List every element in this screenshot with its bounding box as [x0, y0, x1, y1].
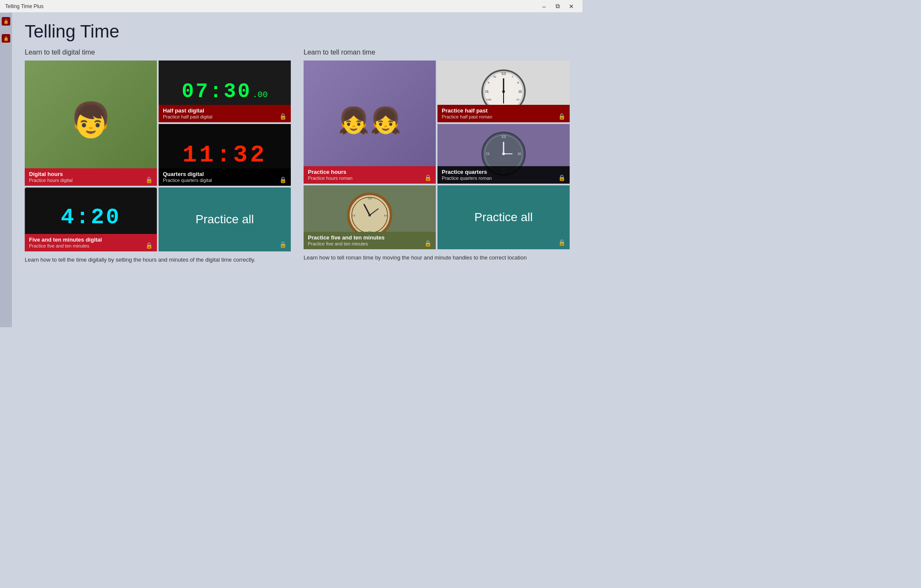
side-strip: 🔒 🔒	[0, 13, 12, 327]
practice-all-roman-label: Practice all	[475, 210, 533, 224]
practice-all-roman-lock-icon: 🔒	[558, 239, 565, 246]
close-button[interactable]: ✕	[565, 2, 577, 11]
sections-row: Learn to tell digital time Digital hours…	[25, 49, 570, 264]
svg-text:II: II	[517, 81, 519, 84]
digital-grid: Digital hours Practice hours digital 🔒 0…	[25, 61, 291, 251]
five-ten-digital-subtitle: Practice five and ten minutes	[29, 243, 142, 249]
practice-hours-lock-icon: 🔒	[424, 174, 432, 181]
svg-text:XII: XII	[501, 135, 506, 139]
practice-five-ten-title: Practice five and ten minutes	[308, 234, 421, 241]
digital-section-label: Learn to tell digital time	[25, 49, 291, 56]
practice-quarters-subtitle: Practice quarters roman	[442, 176, 555, 181]
svg-text:VIII: VIII	[486, 98, 492, 101]
practice-quarters-tile[interactable]: XII III VI IX Practice quarte	[437, 124, 570, 184]
maximize-button[interactable]: ⧉	[552, 2, 564, 11]
half-past-digital-subtitle: Practice half past digital	[163, 114, 276, 120]
digital-hours-label-bar: Digital hours Practice hours digital 🔒	[25, 168, 157, 186]
boy-image	[25, 61, 157, 180]
svg-text:XII: XII	[501, 72, 506, 76]
quarters-digital-subtitle: Practice quarters digital	[163, 178, 276, 183]
svg-text:XI: XI	[493, 75, 496, 78]
svg-text:X: X	[487, 81, 489, 84]
svg-point-35	[368, 214, 371, 216]
half-past-lock-icon: 🔒	[279, 113, 287, 120]
practice-all-digital-label: Practice all	[196, 213, 254, 226]
practice-hours-label-bar: Practice hours Practice hours roman 🔒	[304, 166, 436, 184]
side-lock-2: 🔒	[2, 34, 10, 43]
page-title: Telling Time	[25, 21, 570, 42]
five-ten-label-bar: Five and ten minutes digital Practice fi…	[25, 234, 157, 251]
practice-hours-tile[interactable]: Practice hours Practice hours roman 🔒	[304, 61, 436, 184]
window-controls: – ⧉ ✕	[538, 2, 577, 11]
half-past-digital-title: Half past digital	[163, 107, 276, 114]
svg-text:IX: IX	[352, 214, 355, 217]
quarters-label-bar: Quarters digital Practice quarters digit…	[159, 168, 291, 186]
practice-all-digital-lock-icon: 🔒	[279, 241, 287, 248]
roman-section: Learn to tell roman time Practice hours …	[304, 49, 570, 264]
roman-section-label: Learn to tell roman time	[304, 49, 570, 56]
minimize-button[interactable]: –	[538, 2, 550, 11]
quarters-roman-label-bar: Practice quarters Practice quarters roma…	[437, 166, 570, 184]
kids-image	[304, 61, 436, 180]
half-past-roman-label-bar: Practice half past Practice half past ro…	[437, 105, 570, 122]
digital-section: Learn to tell digital time Digital hours…	[25, 49, 291, 264]
svg-text:III: III	[518, 90, 522, 94]
five-ten-roman-label-bar: Practice five and ten minutes Practice f…	[304, 232, 436, 249]
digital-hours-title: Digital hours	[29, 171, 142, 178]
svg-point-16	[502, 90, 505, 93]
practice-quarters-title: Practice quarters	[442, 169, 555, 176]
title-bar: Telling Time Plus – ⧉ ✕	[0, 0, 582, 13]
svg-text:IV: IV	[516, 98, 519, 101]
svg-text:III: III	[518, 152, 521, 156]
quarters-digital-tile[interactable]: 11:32 Quarters digital Practice quarters…	[159, 124, 291, 186]
roman-grid: Practice hours Practice hours roman 🔒	[304, 61, 570, 249]
digital-hours-subtitle: Practice hours digital	[29, 178, 142, 183]
practice-hours-title: Practice hours	[308, 169, 421, 176]
quarters-lock-icon: 🔒	[279, 176, 287, 183]
five-ten-time-text: 4:20	[61, 205, 121, 230]
five-ten-lock-icon: 🔒	[145, 242, 153, 249]
half-past-label-bar: Half past digital Practice half past dig…	[159, 105, 291, 122]
app-title: Telling Time Plus	[5, 3, 43, 9]
side-lock-1: 🔒	[2, 17, 10, 26]
svg-text:IX: IX	[486, 152, 490, 156]
five-ten-digital-title: Five and ten minutes digital	[29, 236, 142, 243]
digital-hours-lock-icon: 🔒	[145, 176, 153, 183]
practice-hours-subtitle: Practice hours roman	[308, 176, 421, 181]
svg-text:IX: IX	[485, 90, 489, 94]
practice-half-past-tile[interactable]: XII III VI IX I II IV V XI X VIII	[437, 61, 570, 122]
roman-description: Learn how to tell roman time by moving t…	[304, 254, 570, 262]
quarters-digital-title: Quarters digital	[163, 171, 276, 178]
practice-five-ten-lock-icon: 🔒	[424, 240, 432, 247]
svg-text:III: III	[384, 214, 388, 217]
quarters-time-text: 11:32	[182, 141, 267, 169]
digital-hours-tile[interactable]: Digital hours Practice hours digital 🔒	[25, 61, 157, 186]
practice-quarters-lock-icon: 🔒	[558, 174, 565, 181]
svg-text:XII: XII	[368, 197, 372, 200]
practice-half-past-subtitle: Practice half past roman	[442, 114, 555, 120]
practice-five-ten-tile[interactable]: XII III VI IX	[304, 185, 436, 249]
practice-half-past-lock-icon: 🔒	[558, 113, 565, 120]
main-content: Telling Time Learn to tell digital time …	[12, 13, 582, 327]
half-past-time-text: 07:30	[182, 80, 252, 103]
practice-all-roman-tile[interactable]: Practice all 🔒	[437, 185, 570, 249]
practice-all-digital-tile[interactable]: Practice all 🔒	[159, 187, 291, 251]
app-container: 🔒 🔒 Telling Time Learn to tell digital t…	[0, 13, 582, 327]
half-past-digital-tile[interactable]: 07:30 .00 Half past digital Practice hal…	[159, 61, 291, 122]
svg-point-25	[502, 153, 505, 155]
practice-half-past-title: Practice half past	[442, 107, 555, 114]
five-ten-digital-tile[interactable]: 4:20 Five and ten minutes digital Practi…	[25, 187, 157, 251]
digital-description: Learn how to tell the time digitally by …	[25, 256, 291, 264]
practice-five-ten-subtitle: Practice five and ten minutes	[308, 241, 421, 247]
